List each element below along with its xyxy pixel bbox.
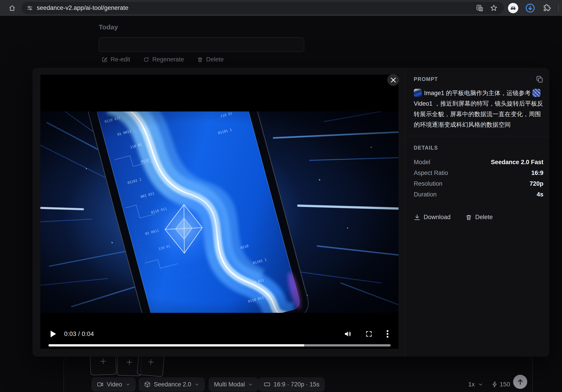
play-icon [50,330,57,338]
history-delete-button[interactable]: Delete [197,56,223,63]
close-icon [390,77,396,83]
trash-icon [465,214,472,221]
viewer-delete-label: Delete [475,214,493,221]
regenerate-icon [143,57,149,63]
detail-value: Seedance 2.0 Fast [491,159,543,166]
url-text[interactable]: seedance-v2.app/ai-tool/generate [37,4,476,12]
screen: seedance-v2.app/ai-tool/generate G Today [0,0,562,392]
format-label: 16:9 · 720p · 15s [274,381,319,388]
history-item-card[interactable] [99,37,304,52]
lightning-icon [492,381,498,388]
detail-row-aspect-ratio: Aspect Ratio 16:9 [414,168,543,178]
volume-button[interactable] [344,330,351,338]
video-frame[interactable]: 0110 011 01 0011 110 01 0110 01101 1 001… [40,111,398,313]
speed-label: 1x [468,381,475,388]
translate-icon[interactable]: G [476,4,483,12]
detail-row-resolution: Resolution 720p [414,178,543,189]
trash-icon [197,57,203,63]
fullscreen-icon [365,330,373,337]
prompt-heading: PROMPT [414,76,438,82]
model-label: Seedance 2.0 [154,381,191,388]
detail-label: Resolution [414,180,443,187]
panel-divider [406,136,549,136]
credits-value: 150 [500,381,510,388]
modality-label: Multi Modal [214,381,245,388]
mode-label: Video [107,381,122,388]
viewer-delete-button[interactable]: Delete [465,214,493,221]
mode-select[interactable]: Video [92,377,136,392]
prompt-text-part1: 的平板电脑作为主体，运镜参考 [444,90,532,96]
detail-value: 720p [529,180,543,187]
detail-value: 16:9 [531,170,543,176]
toolbar-divider [558,4,559,12]
downloads-button[interactable] [524,0,536,16]
prompt-text-part2: ，推近到屏幕的特写，镜头旋转后平板反转展示全貌，屏幕中的数据流一直在变化，周围的… [414,100,543,128]
volume-icon [344,330,351,338]
copy-prompt-button[interactable] [536,75,543,83]
modality-select[interactable]: Multi Modal [209,377,258,392]
player-controls: 0:03 / 0:04 [40,328,398,340]
bookmark-star-icon[interactable] [490,4,498,12]
cube-icon [144,381,151,388]
home-button[interactable] [8,4,17,12]
close-button[interactable] [387,74,399,86]
regenerate-button[interactable]: Regenerate [143,56,184,63]
detail-label: Duration [414,191,437,198]
detail-row-duration: Duration 4s [414,189,543,200]
detail-label: Model [414,159,430,166]
details-panel: PROMPT Image1 的平板电脑作为主体，运镜参考 Video1 ，推近到… [405,68,549,357]
chevron-down-icon [248,382,253,387]
chevron-down-icon [194,382,199,387]
detail-row-model: Model Seedance 2.0 Fast [414,157,543,168]
reedit-icon [101,57,108,63]
kebab-menu-icon [386,330,389,338]
plus-icon [126,358,133,366]
address-bar[interactable]: seedance-v2.app/ai-tool/generate G [22,2,504,14]
regenerate-label: Regenerate [152,56,184,63]
detail-label: Aspect Ratio [414,170,448,176]
extension-button[interactable] [507,0,519,16]
model-select[interactable]: Seedance 2.0 [139,377,205,392]
play-button[interactable] [50,330,57,338]
download-progress-icon [525,3,535,13]
speed-select[interactable]: 1x [468,377,483,392]
reedit-button[interactable]: Re-edit [101,56,130,63]
details-heading: DETAILS [414,145,543,151]
seek-bar[interactable] [48,344,391,346]
history-actions: Re-edit Regenerate Delete [101,56,223,63]
credits-indicator: 150 [492,377,510,392]
detail-value: 4s [537,191,543,198]
download-label: Download [424,214,451,221]
extensions-button[interactable] [541,0,553,16]
generate-submit-button[interactable] [513,375,527,389]
browser-toolbar: seedance-v2.app/ai-tool/generate G [0,0,562,16]
format-select[interactable]: 16:9 · 720p · 15s [258,377,325,392]
download-icon [414,214,421,221]
site-settings-icon[interactable] [26,5,33,12]
history-section-title: Today [99,23,118,31]
binoculars-extension-icon [508,3,518,13]
time-display: 0:03 / 0:04 [64,331,94,337]
chevron-down-icon [125,382,130,387]
reedit-label: Re-edit [111,56,130,63]
video-camera-icon [97,381,104,388]
video-player[interactable]: 0110 011 01 0011 110 01 0110 01101 1 001… [40,75,398,349]
fullscreen-button[interactable] [365,330,373,337]
image1-thumbnail[interactable] [414,89,422,97]
seek-bar-played [48,344,304,346]
download-button[interactable]: Download [414,214,451,221]
overflow-menu-button[interactable] [386,330,389,338]
prompt-text: Image1 的平板电脑作为主体，运镜参考 Video1 ，推近到屏幕的特写，镜… [414,88,543,130]
puzzle-icon [542,4,551,12]
video-viewer-modal: 0110 011 01 0011 110 01 0110 01101 1 001… [33,68,549,357]
video1-thumbnail[interactable] [532,89,540,97]
details-rows: Model Seedance 2.0 Fast Aspect Ratio 16:… [414,157,543,200]
home-icon [8,4,16,12]
chevron-down-icon [478,382,483,387]
aspect-ratio-icon [264,381,270,388]
history-delete-label: Delete [206,56,223,63]
copy-icon [536,75,543,83]
prompt-ref-image1: Image1 [424,90,444,96]
plus-icon [99,357,107,365]
prompt-ref-video1: Video1 [414,100,433,107]
